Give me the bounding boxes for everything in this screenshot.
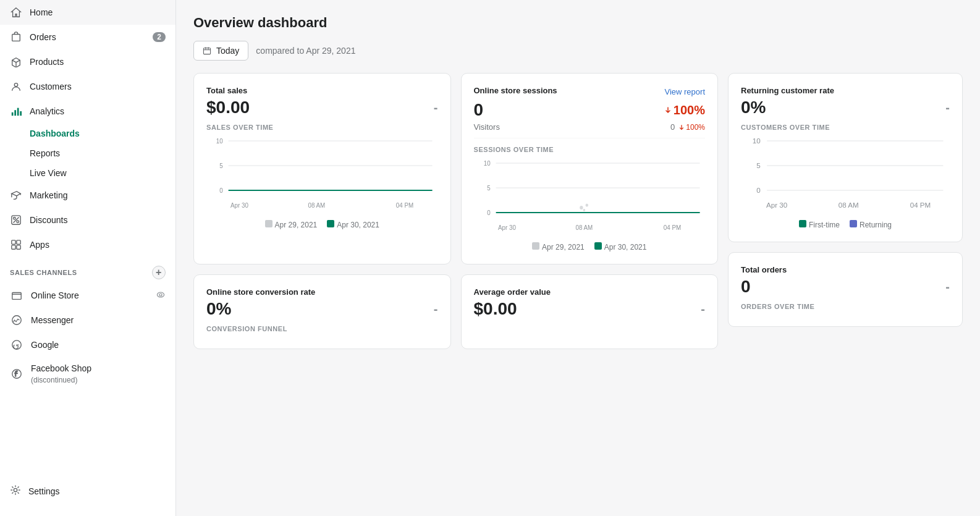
view-report-link[interactable]: View report (664, 87, 705, 96)
returning-customer-value-row: 0% - (741, 98, 950, 117)
customers-chart-svg: 10 5 0 Apr 30 08 AM 04 PM (741, 135, 950, 215)
svg-text:Apr 30: Apr 30 (230, 202, 248, 209)
online-sessions-card: Online store sessions View report 0 100%… (461, 73, 719, 264)
messenger-label: Messenger (31, 315, 74, 325)
svg-rect-9 (12, 240, 15, 244)
svg-text:10: 10 (483, 160, 490, 167)
avg-order-card: Average order value $0.00 - (461, 274, 719, 349)
sidebar-item-apps[interactable]: Apps (0, 232, 175, 257)
sidebar-sub-reports[interactable]: Reports (0, 143, 175, 163)
legend-curr-sales: Apr 30, 2021 (327, 220, 379, 229)
legend-returning: Returning (850, 220, 892, 229)
svg-rect-4 (17, 108, 19, 116)
customers-legend: First-time Returning (741, 220, 950, 229)
sidebar-item-marketing[interactable]: Marketing (0, 183, 175, 208)
sessions-title: Online store sessions (474, 86, 557, 95)
svg-rect-13 (12, 293, 21, 300)
visitors-value-group: 0 100% (670, 122, 705, 132)
sidebar-item-discounts[interactable]: Discounts (0, 208, 175, 232)
svg-point-1 (14, 83, 17, 87)
orders-icon (10, 31, 22, 43)
svg-point-7 (17, 221, 19, 223)
svg-rect-11 (12, 245, 15, 249)
avg-order-dash: - (701, 302, 705, 316)
orders-chart-label: ORDERS OVER TIME (741, 303, 950, 310)
svg-text:08 AM: 08 AM (308, 202, 325, 209)
svg-text:0: 0 (487, 209, 491, 217)
svg-text:08 AM: 08 AM (838, 201, 859, 209)
returning-customer-value: 0% (741, 98, 766, 117)
sidebar-item-orders[interactable]: Orders 2 (0, 25, 175, 49)
svg-rect-3 (14, 110, 16, 116)
svg-text:08 AM: 08 AM (575, 224, 593, 232)
sidebar-channel-online-store[interactable]: Online Store (0, 283, 175, 308)
sales-channels-label: SALES CHANNELS (10, 269, 77, 276)
dashboards-label: Dashboards (30, 129, 80, 138)
sidebar-channel-messenger[interactable]: Messenger (0, 308, 175, 332)
sidebar-label-orders: Orders (30, 32, 56, 42)
sidebar-item-settings[interactable]: Settings (0, 478, 175, 504)
sidebar-item-customers[interactable]: Customers (0, 74, 175, 99)
svg-rect-12 (17, 245, 20, 249)
svg-point-42 (583, 209, 585, 211)
sidebar-item-products[interactable]: Products (0, 49, 175, 74)
today-button[interactable]: Today (193, 41, 248, 61)
sidebar-channel-google[interactable]: Google (0, 332, 175, 357)
add-sales-channel-button[interactable]: + (152, 266, 166, 279)
svg-point-19 (14, 488, 17, 491)
total-orders-dash: - (945, 280, 950, 294)
sales-chart-label: SALES OVER TIME (206, 124, 438, 131)
svg-point-14 (157, 292, 164, 297)
svg-text:0: 0 (219, 187, 223, 195)
visitors-count: 0 (670, 122, 675, 132)
total-orders-card: Total orders 0 - ORDERS OVER TIME (728, 252, 963, 327)
facebook-icon (10, 367, 23, 381)
total-sales-value-row: $0.00 - (206, 98, 438, 117)
svg-text:Apr 30: Apr 30 (498, 224, 516, 232)
total-orders-value: 0 (741, 277, 751, 297)
online-store-eye-icon[interactable] (156, 290, 166, 302)
returning-customer-card: Returning customer rate 0% - CUSTOMERS O… (728, 73, 963, 242)
svg-point-15 (159, 294, 162, 296)
sessions-chart: 10 5 0 Apr 30 08 AM 04 PM (474, 157, 706, 237)
settings-label: Settings (28, 486, 60, 496)
sidebar-item-home[interactable]: Home (0, 0, 175, 25)
sidebar-label-apps: Apps (30, 240, 49, 250)
svg-text:04 PM: 04 PM (910, 201, 931, 209)
sidebar-label-discounts: Discounts (30, 215, 67, 225)
conversion-dash: - (434, 302, 438, 316)
total-sales-card: Total sales $0.00 - SALES OVER TIME 10 5… (193, 73, 451, 264)
conversion-value-row: 0% - (206, 299, 438, 319)
sidebar-item-analytics[interactable]: Analytics (0, 99, 175, 124)
dashboard-grid: Total sales $0.00 - SALES OVER TIME 10 5… (193, 73, 963, 349)
svg-rect-0 (12, 35, 20, 41)
sessions-pct: 100% (664, 103, 705, 117)
sidebar-label-products: Products (30, 57, 64, 67)
svg-text:04 PM: 04 PM (396, 202, 413, 209)
total-sales-title: Total sales (206, 86, 438, 95)
sales-chart-svg: 10 5 0 Apr 30 08 AM 04 PM (206, 135, 438, 215)
conversion-chart-label: CONVERSION FUNNEL (206, 325, 438, 332)
svg-text:5: 5 (756, 162, 760, 169)
legend-prev-sessions: Apr 29, 2021 (532, 242, 585, 252)
arrow-down-icon (664, 106, 672, 114)
sales-channels-section: SALES CHANNELS + (0, 257, 175, 283)
sidebar-channel-facebook[interactable]: Facebook Shop(discontinued) (0, 357, 175, 391)
google-icon (10, 338, 23, 352)
returning-customer-title: Returning customer rate (741, 86, 950, 95)
apps-icon (10, 239, 22, 251)
svg-text:5: 5 (219, 163, 223, 170)
svg-point-16 (12, 316, 21, 324)
calendar-icon (203, 46, 211, 55)
discounts-icon (10, 214, 22, 226)
main-content: Overview dashboard Today compared to Apr… (176, 0, 980, 516)
sessions-header: Online store sessions View report (474, 86, 706, 98)
messenger-icon (10, 313, 23, 327)
sidebar-sub-dashboards[interactable]: Dashboards (0, 124, 175, 143)
total-orders-title: Total orders (741, 265, 950, 274)
customers-icon (10, 80, 22, 93)
total-sales-dash: - (434, 101, 438, 115)
svg-rect-10 (17, 240, 20, 244)
sidebar-sub-liveview[interactable]: Live View (0, 163, 175, 183)
avg-order-value-row: $0.00 - (474, 299, 706, 319)
